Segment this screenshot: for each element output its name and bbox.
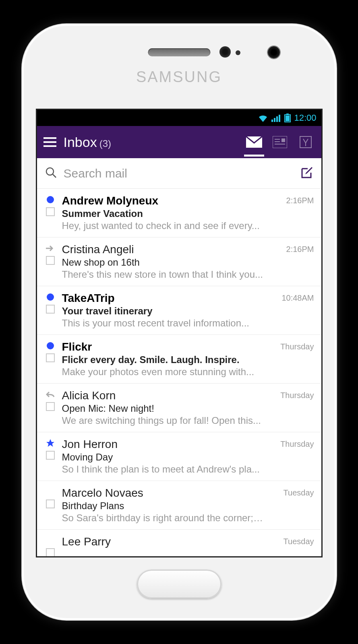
message-subject: Moving Day	[62, 452, 264, 463]
signal-icon	[271, 114, 281, 122]
message-row[interactable]: TakeATripYour travel itineraryThis is yo…	[37, 286, 321, 335]
compose-icon[interactable]	[300, 166, 313, 181]
svg-rect-1	[274, 118, 275, 122]
message-snippet: So Sara's birthday is right around the c…	[62, 512, 264, 524]
message-subject: Open Mic: New night!	[62, 403, 264, 414]
message-content: Cristina AngeliNew shop on 16thThere's t…	[62, 243, 264, 280]
phone-speaker	[148, 48, 210, 56]
unread-count: (3)	[99, 138, 111, 149]
page-title: Inbox (3)	[64, 134, 112, 150]
status-time: 12:00	[294, 113, 316, 123]
status-bar: 12:00	[37, 110, 321, 126]
message-snippet: We are switching things up for fall! Ope…	[62, 415, 264, 426]
message-row[interactable]: Marcelo NovaesBirthday PlansSo Sara's bi…	[37, 481, 321, 530]
message-list[interactable]: Andrew MolyneuxSummer VacationHey, just …	[37, 189, 321, 556]
message-subject: New shop on 16th	[62, 257, 264, 268]
message-checkbox[interactable]	[46, 305, 55, 314]
unread-dot-icon	[47, 196, 54, 203]
phone-bezel-top: SAMSUNG	[36, 24, 323, 109]
app-bar: Inbox (3)	[37, 126, 321, 158]
unread-dot-icon	[47, 342, 54, 349]
search-input[interactable]	[64, 167, 294, 180]
message-checkbox[interactable]	[46, 500, 55, 508]
message-left-col	[44, 535, 56, 556]
message-left-col	[44, 341, 56, 378]
message-snippet: This is your most recent travel informat…	[62, 318, 264, 329]
phone-camera	[268, 46, 280, 58]
screen: 12:00 Inbox (3)	[36, 109, 323, 557]
message-left-col	[44, 389, 56, 426]
battery-icon	[284, 114, 291, 122]
message-checkbox[interactable]	[46, 548, 55, 556]
message-left-col	[44, 438, 56, 475]
spacer	[47, 537, 54, 544]
message-content: Andrew MolyneuxSummer VacationHey, just …	[62, 194, 264, 231]
message-checkbox[interactable]	[46, 256, 55, 265]
message-left-col	[44, 292, 56, 329]
message-time: 2:16PM	[270, 243, 314, 280]
tab-mail[interactable]	[245, 135, 263, 149]
message-checkbox[interactable]	[46, 451, 55, 460]
svg-rect-3	[279, 115, 280, 122]
message-time: Tuesday	[270, 487, 314, 524]
message-left-col	[44, 487, 56, 524]
home-button[interactable]	[137, 570, 221, 599]
unread-dot-icon	[47, 293, 54, 301]
message-time: 2:16PM	[270, 194, 314, 231]
message-content: Lee Parry	[62, 535, 264, 556]
reply-icon	[46, 391, 55, 398]
message-sender: Jon Herron	[62, 438, 264, 451]
message-time: Thursday	[270, 389, 314, 426]
svg-rect-12	[281, 138, 285, 142]
svg-rect-0	[271, 120, 273, 122]
phone-sensor	[236, 50, 240, 55]
message-content: Alicia KornOpen Mic: New night!We are sw…	[62, 389, 264, 426]
message-row[interactable]: FlickrFlickr every day. Smile. Laugh. In…	[37, 335, 321, 384]
message-subject: Flickr every day. Smile. Laugh. Inspire.	[62, 354, 264, 365]
message-row[interactable]: Lee ParryTuesday	[37, 530, 321, 556]
forward-icon	[46, 245, 55, 252]
message-row[interactable]: Cristina AngeliNew shop on 16thThere's t…	[37, 237, 321, 286]
search-icon[interactable]	[45, 167, 57, 180]
message-content: FlickrFlickr every day. Smile. Laugh. In…	[62, 341, 264, 378]
message-sender: Marcelo Novaes	[62, 487, 264, 500]
message-time: 10:48AM	[270, 292, 314, 329]
message-content: Marcelo NovaesBirthday PlansSo Sara's bi…	[62, 487, 264, 524]
message-subject: Birthday Plans	[62, 500, 264, 512]
phone-brand: SAMSUNG	[136, 68, 222, 86]
phone-frame: SAMSUNG 12:00 Inbox (3)	[22, 24, 336, 620]
inbox-label: Inbox	[64, 134, 97, 150]
message-subject: Your travel itinerary	[62, 305, 264, 317]
message-sender: Alicia Korn	[62, 389, 264, 402]
message-row[interactable]: Alicia KornOpen Mic: New night!We are sw…	[37, 384, 321, 432]
search-bar	[37, 158, 321, 189]
svg-point-14	[46, 168, 54, 175]
phone-sensor	[219, 46, 231, 58]
message-sender: Flickr	[62, 341, 264, 353]
message-snippet: So I think the plan is to meet at Andrew…	[62, 464, 264, 475]
tab-yahoo[interactable]	[296, 135, 315, 149]
svg-rect-2	[276, 116, 278, 122]
tab-news[interactable]	[271, 135, 289, 149]
spacer	[47, 488, 54, 495]
message-sender: Lee Parry	[62, 535, 264, 548]
message-sender: TakeATrip	[62, 292, 264, 305]
message-row[interactable]: Andrew MolyneuxSummer VacationHey, just …	[37, 189, 321, 237]
message-content: Jon HerronMoving DaySo I think the plan …	[62, 438, 264, 475]
wifi-icon	[258, 114, 268, 122]
message-snippet: There's this new store in town that I th…	[62, 269, 264, 280]
message-time: Thursday	[270, 438, 314, 475]
message-checkbox[interactable]	[46, 353, 55, 362]
menu-icon[interactable]	[43, 137, 56, 147]
message-sender: Cristina Angeli	[62, 243, 264, 256]
message-row[interactable]: Jon HerronMoving DaySo I think the plan …	[37, 432, 321, 481]
message-time: Thursday	[270, 341, 314, 378]
phone-bezel-bottom	[36, 557, 323, 620]
message-subject: Summer Vacation	[62, 208, 264, 219]
message-snippet: Hey, just wanted to check in and see if …	[62, 220, 264, 231]
svg-rect-6	[286, 116, 290, 121]
message-checkbox[interactable]	[46, 402, 55, 411]
message-content: TakeATripYour travel itineraryThis is yo…	[62, 292, 264, 329]
star-icon	[46, 440, 55, 447]
message-checkbox[interactable]	[46, 207, 55, 216]
